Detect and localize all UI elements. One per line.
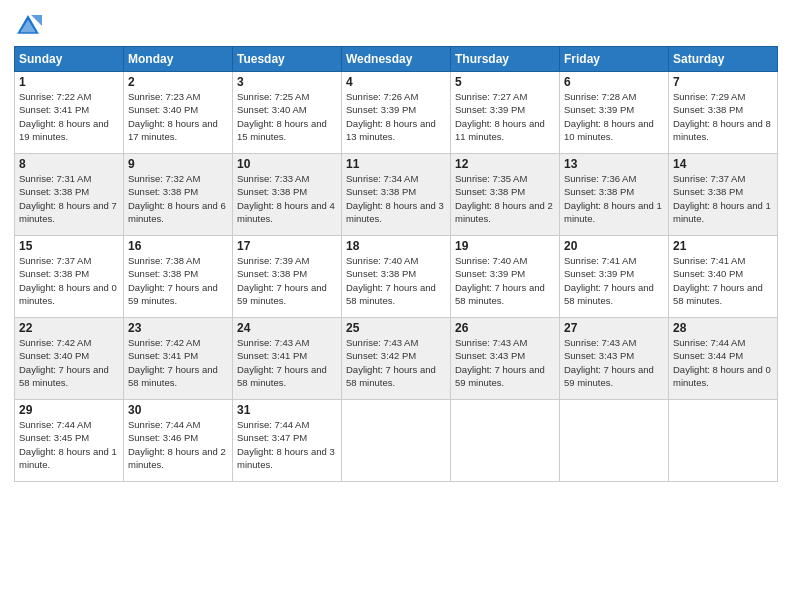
page-header bbox=[14, 12, 778, 40]
calendar-cell: 29Sunrise: 7:44 AMSunset: 3:45 PMDayligh… bbox=[15, 400, 124, 482]
calendar-cell: 8Sunrise: 7:31 AMSunset: 3:38 PMDaylight… bbox=[15, 154, 124, 236]
day-info: Sunrise: 7:22 AMSunset: 3:41 PMDaylight:… bbox=[19, 90, 119, 143]
day-number: 6 bbox=[564, 75, 664, 89]
day-info: Sunrise: 7:27 AMSunset: 3:39 PMDaylight:… bbox=[455, 90, 555, 143]
calendar-cell: 26Sunrise: 7:43 AMSunset: 3:43 PMDayligh… bbox=[451, 318, 560, 400]
day-number: 14 bbox=[673, 157, 773, 171]
calendar-cell: 1Sunrise: 7:22 AMSunset: 3:41 PMDaylight… bbox=[15, 72, 124, 154]
day-info: Sunrise: 7:33 AMSunset: 3:38 PMDaylight:… bbox=[237, 172, 337, 225]
day-number: 18 bbox=[346, 239, 446, 253]
calendar-cell: 18Sunrise: 7:40 AMSunset: 3:38 PMDayligh… bbox=[342, 236, 451, 318]
calendar-cell: 12Sunrise: 7:35 AMSunset: 3:38 PMDayligh… bbox=[451, 154, 560, 236]
day-info: Sunrise: 7:42 AMSunset: 3:41 PMDaylight:… bbox=[128, 336, 228, 389]
day-info: Sunrise: 7:26 AMSunset: 3:39 PMDaylight:… bbox=[346, 90, 446, 143]
calendar-cell: 30Sunrise: 7:44 AMSunset: 3:46 PMDayligh… bbox=[124, 400, 233, 482]
calendar-cell bbox=[451, 400, 560, 482]
day-number: 19 bbox=[455, 239, 555, 253]
calendar-cell: 31Sunrise: 7:44 AMSunset: 3:47 PMDayligh… bbox=[233, 400, 342, 482]
calendar-header-wednesday: Wednesday bbox=[342, 47, 451, 72]
day-number: 15 bbox=[19, 239, 119, 253]
calendar-week-row: 22Sunrise: 7:42 AMSunset: 3:40 PMDayligh… bbox=[15, 318, 778, 400]
calendar-header-row: SundayMondayTuesdayWednesdayThursdayFrid… bbox=[15, 47, 778, 72]
day-info: Sunrise: 7:23 AMSunset: 3:40 PMDaylight:… bbox=[128, 90, 228, 143]
day-number: 31 bbox=[237, 403, 337, 417]
calendar-header-friday: Friday bbox=[560, 47, 669, 72]
calendar-cell: 10Sunrise: 7:33 AMSunset: 3:38 PMDayligh… bbox=[233, 154, 342, 236]
day-info: Sunrise: 7:43 AMSunset: 3:43 PMDaylight:… bbox=[564, 336, 664, 389]
calendar-cell bbox=[342, 400, 451, 482]
day-info: Sunrise: 7:44 AMSunset: 3:46 PMDaylight:… bbox=[128, 418, 228, 471]
calendar-cell bbox=[669, 400, 778, 482]
day-info: Sunrise: 7:44 AMSunset: 3:44 PMDaylight:… bbox=[673, 336, 773, 389]
day-info: Sunrise: 7:43 AMSunset: 3:42 PMDaylight:… bbox=[346, 336, 446, 389]
calendar-cell: 24Sunrise: 7:43 AMSunset: 3:41 PMDayligh… bbox=[233, 318, 342, 400]
calendar-cell: 20Sunrise: 7:41 AMSunset: 3:39 PMDayligh… bbox=[560, 236, 669, 318]
day-info: Sunrise: 7:35 AMSunset: 3:38 PMDaylight:… bbox=[455, 172, 555, 225]
day-number: 16 bbox=[128, 239, 228, 253]
calendar-header-sunday: Sunday bbox=[15, 47, 124, 72]
calendar-cell: 17Sunrise: 7:39 AMSunset: 3:38 PMDayligh… bbox=[233, 236, 342, 318]
day-info: Sunrise: 7:34 AMSunset: 3:38 PMDaylight:… bbox=[346, 172, 446, 225]
day-number: 26 bbox=[455, 321, 555, 335]
logo-icon bbox=[14, 12, 42, 40]
calendar-header-monday: Monday bbox=[124, 47, 233, 72]
day-number: 8 bbox=[19, 157, 119, 171]
day-number: 21 bbox=[673, 239, 773, 253]
day-info: Sunrise: 7:39 AMSunset: 3:38 PMDaylight:… bbox=[237, 254, 337, 307]
calendar-cell: 14Sunrise: 7:37 AMSunset: 3:38 PMDayligh… bbox=[669, 154, 778, 236]
day-number: 3 bbox=[237, 75, 337, 89]
day-info: Sunrise: 7:37 AMSunset: 3:38 PMDaylight:… bbox=[19, 254, 119, 307]
day-info: Sunrise: 7:28 AMSunset: 3:39 PMDaylight:… bbox=[564, 90, 664, 143]
calendar-cell: 23Sunrise: 7:42 AMSunset: 3:41 PMDayligh… bbox=[124, 318, 233, 400]
day-number: 4 bbox=[346, 75, 446, 89]
day-number: 1 bbox=[19, 75, 119, 89]
day-info: Sunrise: 7:29 AMSunset: 3:38 PMDaylight:… bbox=[673, 90, 773, 143]
day-info: Sunrise: 7:36 AMSunset: 3:38 PMDaylight:… bbox=[564, 172, 664, 225]
calendar-cell: 2Sunrise: 7:23 AMSunset: 3:40 PMDaylight… bbox=[124, 72, 233, 154]
calendar-cell: 15Sunrise: 7:37 AMSunset: 3:38 PMDayligh… bbox=[15, 236, 124, 318]
day-number: 11 bbox=[346, 157, 446, 171]
day-number: 27 bbox=[564, 321, 664, 335]
day-info: Sunrise: 7:40 AMSunset: 3:39 PMDaylight:… bbox=[455, 254, 555, 307]
calendar-cell: 4Sunrise: 7:26 AMSunset: 3:39 PMDaylight… bbox=[342, 72, 451, 154]
day-info: Sunrise: 7:25 AMSunset: 3:40 AMDaylight:… bbox=[237, 90, 337, 143]
day-number: 2 bbox=[128, 75, 228, 89]
day-info: Sunrise: 7:44 AMSunset: 3:45 PMDaylight:… bbox=[19, 418, 119, 471]
calendar-cell: 25Sunrise: 7:43 AMSunset: 3:42 PMDayligh… bbox=[342, 318, 451, 400]
calendar-cell: 21Sunrise: 7:41 AMSunset: 3:40 PMDayligh… bbox=[669, 236, 778, 318]
day-info: Sunrise: 7:38 AMSunset: 3:38 PMDaylight:… bbox=[128, 254, 228, 307]
calendar-header-thursday: Thursday bbox=[451, 47, 560, 72]
calendar-week-row: 29Sunrise: 7:44 AMSunset: 3:45 PMDayligh… bbox=[15, 400, 778, 482]
day-number: 25 bbox=[346, 321, 446, 335]
day-number: 28 bbox=[673, 321, 773, 335]
calendar-cell: 19Sunrise: 7:40 AMSunset: 3:39 PMDayligh… bbox=[451, 236, 560, 318]
day-info: Sunrise: 7:40 AMSunset: 3:38 PMDaylight:… bbox=[346, 254, 446, 307]
calendar-cell: 27Sunrise: 7:43 AMSunset: 3:43 PMDayligh… bbox=[560, 318, 669, 400]
day-number: 12 bbox=[455, 157, 555, 171]
logo bbox=[14, 12, 46, 40]
calendar-header-saturday: Saturday bbox=[669, 47, 778, 72]
day-info: Sunrise: 7:44 AMSunset: 3:47 PMDaylight:… bbox=[237, 418, 337, 471]
day-number: 5 bbox=[455, 75, 555, 89]
day-number: 23 bbox=[128, 321, 228, 335]
day-number: 29 bbox=[19, 403, 119, 417]
calendar-cell: 9Sunrise: 7:32 AMSunset: 3:38 PMDaylight… bbox=[124, 154, 233, 236]
calendar-week-row: 8Sunrise: 7:31 AMSunset: 3:38 PMDaylight… bbox=[15, 154, 778, 236]
calendar-header-tuesday: Tuesday bbox=[233, 47, 342, 72]
calendar-week-row: 15Sunrise: 7:37 AMSunset: 3:38 PMDayligh… bbox=[15, 236, 778, 318]
day-info: Sunrise: 7:32 AMSunset: 3:38 PMDaylight:… bbox=[128, 172, 228, 225]
day-info: Sunrise: 7:31 AMSunset: 3:38 PMDaylight:… bbox=[19, 172, 119, 225]
day-number: 20 bbox=[564, 239, 664, 253]
calendar-cell: 5Sunrise: 7:27 AMSunset: 3:39 PMDaylight… bbox=[451, 72, 560, 154]
day-number: 13 bbox=[564, 157, 664, 171]
day-info: Sunrise: 7:37 AMSunset: 3:38 PMDaylight:… bbox=[673, 172, 773, 225]
calendar-week-row: 1Sunrise: 7:22 AMSunset: 3:41 PMDaylight… bbox=[15, 72, 778, 154]
calendar: SundayMondayTuesdayWednesdayThursdayFrid… bbox=[14, 46, 778, 482]
day-number: 10 bbox=[237, 157, 337, 171]
day-info: Sunrise: 7:43 AMSunset: 3:41 PMDaylight:… bbox=[237, 336, 337, 389]
calendar-cell: 16Sunrise: 7:38 AMSunset: 3:38 PMDayligh… bbox=[124, 236, 233, 318]
day-info: Sunrise: 7:43 AMSunset: 3:43 PMDaylight:… bbox=[455, 336, 555, 389]
calendar-cell bbox=[560, 400, 669, 482]
day-info: Sunrise: 7:41 AMSunset: 3:40 PMDaylight:… bbox=[673, 254, 773, 307]
calendar-cell: 6Sunrise: 7:28 AMSunset: 3:39 PMDaylight… bbox=[560, 72, 669, 154]
